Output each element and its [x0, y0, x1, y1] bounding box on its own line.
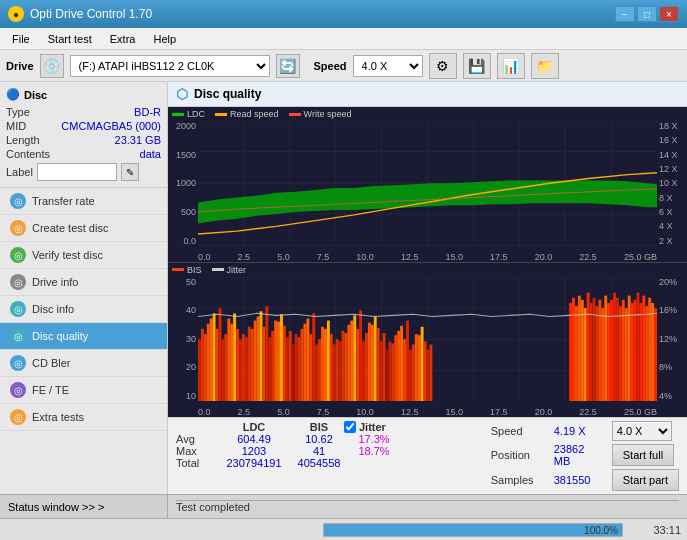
- svg-rect-134: [642, 295, 645, 401]
- svg-rect-72: [324, 328, 327, 401]
- sidebar-item-create-test-disc[interactable]: ◎ Create test disc: [0, 215, 167, 242]
- stats-right: Speed 4.19 X 4.0 X Position 23862 MB Sta…: [491, 421, 679, 491]
- svg-rect-110: [572, 297, 575, 401]
- menu-start-test[interactable]: Start test: [40, 31, 100, 47]
- label-edit-button[interactable]: ✎: [121, 163, 139, 181]
- disc-quality-icon: ◎: [10, 328, 26, 344]
- nav-items: ◎ Transfer rate ◎ Create test disc ◎ Ver…: [0, 188, 167, 494]
- svg-rect-46: [248, 326, 251, 401]
- length-value: 23.31 GB: [115, 134, 161, 146]
- max-label: Max: [176, 445, 214, 457]
- speed-select[interactable]: 4.0 X: [353, 55, 423, 77]
- sidebar-item-extra-tests[interactable]: ◎ Extra tests: [0, 404, 167, 431]
- sidebar-item-verify-test-disc[interactable]: ◎ Verify test disc: [0, 242, 167, 269]
- samples-stat-val: 381550: [554, 474, 604, 486]
- fe-te-icon: ◎: [10, 382, 26, 398]
- svg-rect-117: [593, 297, 596, 401]
- content-area: ⬡ Disc quality LDC Read speed: [168, 82, 687, 494]
- content-title: Disc quality: [194, 87, 261, 101]
- svg-rect-74: [330, 334, 333, 401]
- svg-rect-60: [289, 330, 292, 401]
- svg-rect-105: [421, 326, 424, 401]
- svg-rect-98: [400, 325, 403, 401]
- svg-rect-47: [251, 328, 254, 401]
- toolbar-settings-icon[interactable]: ⚙: [429, 53, 457, 79]
- svg-rect-68: [312, 313, 315, 401]
- minimize-button[interactable]: −: [615, 6, 635, 22]
- sidebar-item-cd-bler[interactable]: ◎ CD Bler: [0, 350, 167, 377]
- stats-avg-row: Avg 604.49 10.62 17.3%: [176, 433, 404, 445]
- svg-rect-120: [601, 308, 604, 401]
- svg-rect-95: [391, 343, 394, 401]
- svg-rect-136: [648, 297, 651, 401]
- verify-test-disc-label: Verify test disc: [32, 249, 103, 261]
- svg-rect-92: [383, 333, 386, 401]
- main-area: 🔵 Disc Type BD-R MID CMCMAGBA5 (000) Len…: [0, 82, 687, 494]
- status-window-button[interactable]: Status window >> >: [0, 494, 168, 518]
- disc-panel-title: Disc: [24, 89, 47, 101]
- sidebar-item-drive-info[interactable]: ◎ Drive info: [0, 269, 167, 296]
- sidebar-item-transfer-rate[interactable]: ◎ Transfer rate: [0, 188, 167, 215]
- legend-jitter: Jitter: [212, 265, 247, 275]
- start-full-button[interactable]: Start full: [612, 444, 674, 466]
- svg-rect-52: [265, 306, 268, 401]
- extra-tests-icon: ◎: [10, 409, 26, 425]
- max-ldc: 1203: [214, 445, 294, 457]
- svg-rect-114: [584, 308, 587, 401]
- jitter-checkbox[interactable]: [344, 421, 356, 433]
- menu-file[interactable]: File: [4, 31, 38, 47]
- legend-write-label: Write speed: [304, 109, 352, 119]
- speed-stat-val: 4.19 X: [554, 425, 604, 437]
- svg-rect-71: [321, 326, 324, 401]
- close-button[interactable]: ×: [659, 6, 679, 22]
- y-axis-right-top: 18 X 16 X 14 X 12 X 10 X 8 X 6 X 4 X 2 X: [657, 121, 687, 246]
- svg-rect-75: [333, 344, 336, 401]
- jitter-label: Jitter: [359, 421, 386, 433]
- svg-rect-96: [394, 335, 397, 401]
- toolbar-chart-icon[interactable]: 📊: [497, 53, 525, 79]
- speed-stat-label: Speed: [491, 425, 546, 437]
- progress-text: 100.0%: [584, 524, 618, 538]
- svg-rect-104: [418, 335, 421, 401]
- transfer-rate-icon: ◎: [10, 193, 26, 209]
- drive-eject-icon[interactable]: 💿: [40, 54, 64, 78]
- label-input[interactable]: [37, 163, 117, 181]
- svg-rect-99: [403, 339, 406, 401]
- svg-rect-116: [590, 302, 593, 401]
- svg-rect-38: [224, 334, 227, 401]
- menu-help[interactable]: Help: [145, 31, 184, 47]
- total-bis: 4054558: [294, 457, 344, 469]
- y-axis-left-top: 2000 1500 1000 500 0.0: [168, 121, 198, 246]
- svg-rect-89: [374, 316, 377, 401]
- drive-refresh-icon[interactable]: 🔄: [276, 54, 300, 78]
- cd-bler-label: CD Bler: [32, 357, 71, 369]
- svg-rect-59: [286, 337, 289, 401]
- svg-rect-109: [569, 302, 572, 401]
- svg-rect-55: [274, 320, 277, 401]
- stats-headers: LDC BIS Jitter: [176, 421, 404, 433]
- toolbar-save-icon[interactable]: 📁: [531, 53, 559, 79]
- sidebar-item-fe-te[interactable]: ◎ FE / TE: [0, 377, 167, 404]
- content-header-icon: ⬡: [176, 86, 188, 102]
- svg-rect-107: [427, 349, 430, 401]
- svg-rect-32: [207, 323, 210, 401]
- svg-rect-45: [245, 337, 248, 401]
- create-test-disc-icon: ◎: [10, 220, 26, 236]
- svg-rect-77: [339, 341, 342, 401]
- speed-dropdown[interactable]: 4.0 X: [612, 421, 672, 441]
- samples-row: Samples 381550 Start part: [491, 469, 679, 491]
- start-part-button[interactable]: Start part: [612, 469, 679, 491]
- sidebar-item-disc-info[interactable]: ◎ Disc info: [0, 296, 167, 323]
- position-stat-label: Position: [491, 449, 546, 461]
- drive-select[interactable]: (F:) ATAPI iHBS112 2 CL0K: [70, 55, 270, 77]
- toolbar-disc-icon[interactable]: 💾: [463, 53, 491, 79]
- svg-rect-31: [204, 334, 207, 401]
- legend-jitter-label: Jitter: [227, 265, 247, 275]
- svg-rect-102: [412, 344, 415, 401]
- maximize-button[interactable]: □: [637, 6, 657, 22]
- menu-extra[interactable]: Extra: [102, 31, 144, 47]
- legend-ldc: LDC: [172, 109, 205, 119]
- svg-rect-112: [578, 295, 581, 401]
- svg-rect-65: [303, 323, 306, 401]
- sidebar-item-disc-quality[interactable]: ◎ Disc quality: [0, 323, 167, 350]
